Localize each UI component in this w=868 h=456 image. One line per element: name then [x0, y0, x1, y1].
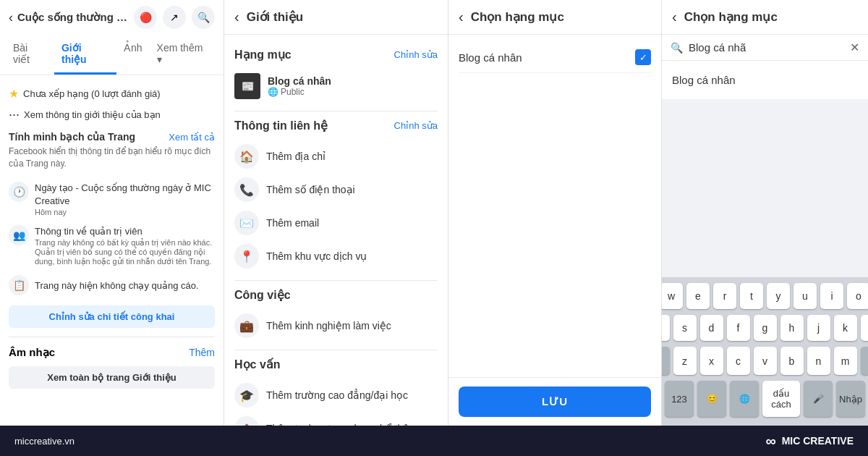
footer-logo: ∞ MIC CREATIVE [765, 433, 854, 449]
contact-item-area[interactable]: 📍 Thêm khu vực dịch vụ [234, 240, 438, 273]
key-b[interactable]: b [780, 347, 804, 375]
contact-item-address[interactable]: 🏠 Thêm địa chỉ [234, 140, 438, 173]
hoc-van-title: Học vấn [234, 358, 281, 371]
key-v[interactable]: v [754, 347, 777, 375]
admin-title: Thông tin về quản trị viên [35, 225, 215, 238]
back-arrow-icon[interactable]: ‹ [9, 10, 13, 25]
footer-domain: miccreative.vn [14, 436, 75, 447]
numbers-key[interactable]: 123 [665, 381, 694, 417]
keyboard: q w e r t y u i o p a s d f g h j k l [662, 277, 868, 426]
footer-logo-text: MIC CREATIVE [782, 435, 854, 447]
view-all-link[interactable]: Xem tất cả [169, 132, 215, 143]
key-z[interactable]: z [673, 347, 697, 375]
key-n[interactable]: n [807, 347, 830, 375]
key-g[interactable]: g [754, 315, 777, 341]
search-button[interactable]: 🔍 [192, 6, 215, 29]
edu-item-highschool[interactable]: 🏫 Thêm trường trung học phổ thông [234, 412, 438, 426]
transparency-header: Tính minh bạch của Trang Xem tất cả [9, 131, 215, 143]
panel3-title: Chọn hạng mục [471, 9, 564, 25]
thong-tin-lien-he-title: Thông tin liên hệ [234, 119, 328, 132]
nav-gioi-thieu[interactable]: Giới thiệu [54, 35, 116, 75]
info-item-date: 🕐 Ngày tạo - Cuộc sống thường ngày ở MIC… [9, 177, 215, 221]
contact-item-phone[interactable]: 📞 Thêm số điện thoại [234, 173, 438, 206]
key-o[interactable]: o [847, 283, 868, 309]
keyboard-row-3: ⇧ z x c v b n m ⌫ [665, 347, 865, 375]
key-i[interactable]: i [820, 283, 843, 309]
work-item[interactable]: 💼 Thêm kinh nghiệm làm việc [234, 309, 438, 342]
key-d[interactable]: d [700, 315, 723, 341]
category-row-name: Blog cá nhân [459, 51, 522, 64]
music-section: Âm nhạc Thêm [9, 337, 215, 359]
key-j[interactable]: j [807, 315, 830, 341]
more-text: Xem thông tin giới thiệu của bạn [24, 109, 161, 120]
panel3-body: Blog cá nhân ✓ [448, 35, 661, 377]
key-h[interactable]: h [780, 315, 804, 341]
shift-key[interactable]: ⇧ [662, 347, 670, 375]
key-s[interactable]: s [673, 315, 697, 341]
panel4-header: ‹ Chọn hạng mục [662, 0, 868, 35]
emoji-key[interactable]: 😊 [697, 381, 726, 417]
nav-bai-viet[interactable]: Bài viết [6, 35, 54, 75]
key-e[interactable]: e [686, 283, 710, 309]
contact-item-email[interactable]: ✉️ Thêm email [234, 206, 438, 240]
nav-anh[interactable]: Ảnh [116, 35, 150, 75]
search-clear-icon[interactable]: ✕ [850, 41, 859, 54]
key-t[interactable]: t [740, 283, 763, 309]
panel1-topbar: ‹ Cuộc sống thường ngày... 🔴 ↗ 🔍 [0, 0, 224, 35]
view-all-button[interactable]: Xem toàn bộ trang Giới thiệu [9, 366, 215, 389]
cong-viec-header: Công việc [234, 288, 438, 302]
panel3-back-icon[interactable]: ‹ [459, 9, 464, 25]
category-info: Blog cá nhân 🌐 Public [268, 75, 331, 97]
hang-muc-chinh-sua[interactable]: Chỉnh sửa [394, 49, 438, 60]
panel4-back-icon[interactable]: ‹ [672, 9, 677, 25]
nhap-key[interactable]: Nhập [836, 381, 865, 417]
divider-1 [234, 111, 438, 111]
luu-btn-container: LƯU [448, 377, 661, 426]
key-u[interactable]: u [793, 283, 817, 309]
divider-3 [234, 350, 438, 350]
contact-phone-text: Thêm số điện thoại [266, 184, 355, 195]
panel-search-keyboard: ‹ Chọn hạng mục 🔍 ✕ Blog cá nhân q w e r… [662, 0, 868, 426]
panel2-title: Giới thiệu [247, 9, 304, 25]
backspace-key[interactable]: ⌫ [861, 347, 869, 375]
music-them-link[interactable]: Thêm [189, 347, 215, 358]
search-result-item[interactable]: Blog cá nhân [672, 69, 858, 90]
contact-area-text: Thêm khu vực dịch vụ [266, 250, 367, 262]
email-icon: ✉️ [234, 211, 259, 235]
search-input[interactable] [689, 41, 844, 54]
key-f[interactable]: f [727, 315, 750, 341]
key-r[interactable]: r [713, 283, 736, 309]
keyboard-row-4: 123 😊 🌐 dấu cách 🎤 Nhập [665, 381, 865, 417]
info-date-name: Ngày tạo - Cuộc sống thường ngày ở MIC C… [35, 182, 215, 208]
key-x[interactable]: x [700, 347, 723, 375]
admin-icon: 👥 [9, 225, 29, 245]
panel2-back-icon[interactable]: ‹ [234, 9, 239, 25]
info-item-admin: 👥 Thông tin về quản trị viên Trang này k… [9, 221, 215, 271]
key-y[interactable]: y [767, 283, 790, 309]
key-a[interactable]: a [662, 315, 670, 341]
key-m[interactable]: m [834, 347, 857, 375]
mic-key[interactable]: 🎤 [804, 381, 833, 417]
nav-xem-them[interactable]: Xem thêm ▾ [150, 35, 218, 75]
rating-row: ★ Chưa xếp hạng (0 lượt đánh giá) [9, 83, 215, 105]
key-l[interactable]: l [861, 315, 869, 341]
luu-button[interactable]: LƯU [459, 387, 651, 417]
key-c[interactable]: c [727, 347, 750, 375]
category-checkbox[interactable]: ✓ [635, 49, 651, 65]
admin-text-wrap: Thông tin về quản trị viên Trang này khô… [35, 225, 215, 266]
share-button[interactable]: ↗ [163, 6, 186, 29]
category-name: Blog cá nhân [268, 75, 331, 87]
space-key[interactable]: dấu cách [762, 381, 800, 417]
footer: miccreative.vn ∞ MIC CREATIVE [0, 426, 868, 456]
globe-key[interactable]: 🌐 [730, 381, 759, 417]
thong-tin-chinh-sua[interactable]: Chỉnh sửa [394, 120, 438, 131]
edit-public-button[interactable]: Chỉnh sửa chi tiết công khai [9, 305, 215, 328]
key-w[interactable]: w [662, 283, 683, 309]
category-selection-row[interactable]: Blog cá nhân ✓ [459, 42, 651, 73]
notification-button[interactable]: 🔴 [134, 6, 157, 29]
rating-text: Chưa xếp hạng (0 lượt đánh giá) [23, 88, 161, 99]
key-k[interactable]: k [834, 315, 857, 341]
transparency-title: Tính minh bạch của Trang [9, 131, 135, 143]
edu-item-college[interactable]: 🎓 Thêm trường cao đẳng/đại học [234, 379, 438, 412]
more-dots-icon: ··· [9, 108, 20, 121]
